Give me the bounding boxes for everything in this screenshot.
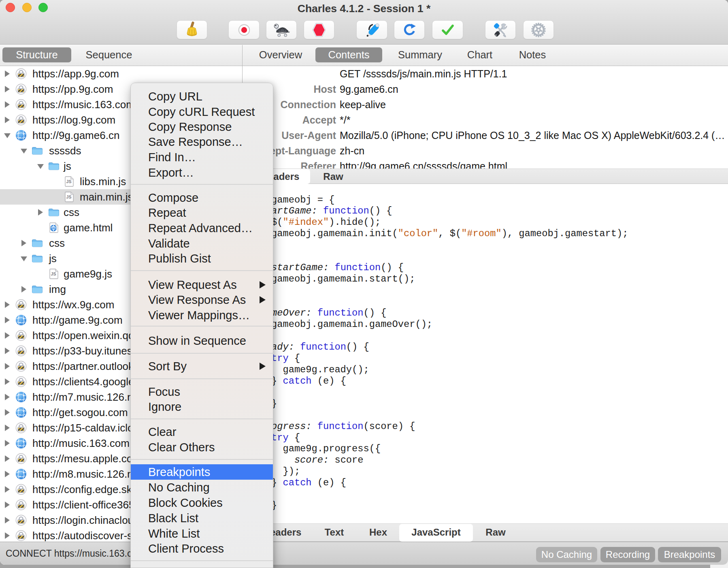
svg-text:JS: JS: [51, 271, 56, 276]
svg-text:JS: JS: [66, 194, 72, 199]
svg-text:JS: JS: [66, 179, 72, 184]
